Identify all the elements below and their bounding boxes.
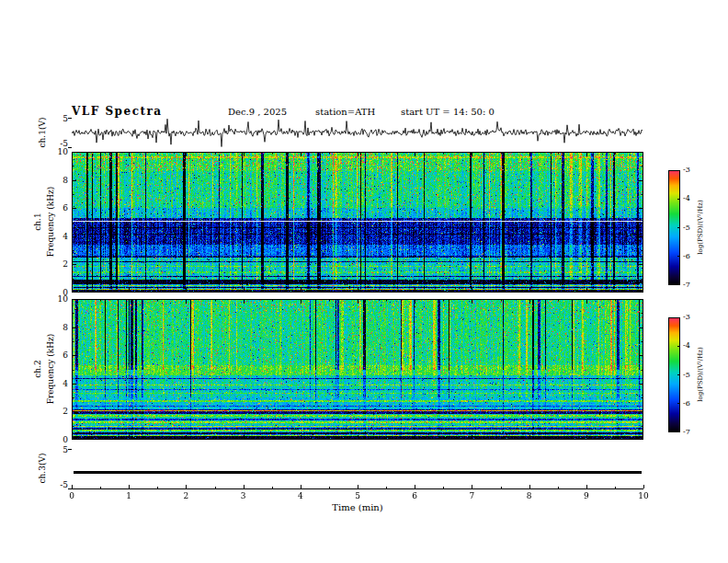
time-axis-tick xyxy=(586,485,587,488)
time-axis-tick-label: 4 xyxy=(291,491,310,500)
ch1_waveform-ytick-mark xyxy=(68,118,72,119)
ch1-colorbar-tick-label: -6 xyxy=(683,252,690,261)
ch2-spectrogram-channel-label: ch.2 xyxy=(33,360,42,377)
station-label: station=ATH xyxy=(315,107,375,117)
plot-date: Dec.9 , 2025 xyxy=(228,107,287,117)
time-axis-tick-label: 2 xyxy=(176,491,195,500)
time-axis-tick-label: 5 xyxy=(348,491,367,500)
time-axis-tick xyxy=(643,485,644,488)
ch2_spectrogram-ytick-label: 8 xyxy=(46,323,68,332)
ch3_waveform-ytick-mark xyxy=(68,449,72,450)
time-axis-tick-label: 3 xyxy=(234,491,253,500)
ch1_spectrogram-ytick-label: 10 xyxy=(46,147,68,156)
ch1_spectrogram-ytick-label: 8 xyxy=(46,176,68,185)
vlf-spectra-plot: VLF Spectra Dec.9 , 2025 station=ATH sta… xyxy=(0,0,728,563)
time-axis-minor-tick xyxy=(100,487,101,488)
time-axis-minor-tick xyxy=(329,487,330,488)
time-axis-minor-tick xyxy=(386,487,387,488)
ch3_waveform-ytick-label: -5 xyxy=(46,480,68,489)
ch3_waveform-ytick-label: 5 xyxy=(46,445,68,454)
time-axis-minor-tick xyxy=(272,487,273,488)
time-axis-tick-label: 1 xyxy=(119,491,138,500)
ch2-colorbar-tick-label: -5 xyxy=(683,371,690,380)
ch1_waveform-ytick-mark xyxy=(68,147,72,148)
ch1_spectrogram-ytick-label: 6 xyxy=(46,203,68,213)
ch1-colorbar-tick-label: -4 xyxy=(683,194,690,203)
ch1-colorbar-label: log(PSD)/(V²/Hz) xyxy=(697,200,704,254)
ch1-colorbar-tick-label: -5 xyxy=(683,224,690,233)
time-axis-minor-tick xyxy=(558,487,559,488)
plot-title: VLF Spectra xyxy=(72,105,163,118)
ch1-frequency-axis-label: Frequency (kHz) xyxy=(46,187,55,258)
ch2-colorbar-tick-label: -3 xyxy=(683,313,690,322)
time-axis-minor-tick xyxy=(615,487,616,488)
ch2_spectrogram-ytick-label: 4 xyxy=(46,379,68,388)
ch2-frequency-axis-label: Frequency (kHz) xyxy=(46,334,55,405)
time-axis-line xyxy=(72,488,643,489)
time-axis-tick xyxy=(129,485,130,488)
time-axis-minor-tick xyxy=(443,487,444,488)
start-ut-label: start UT = 14: 50: 0 xyxy=(401,107,495,117)
ch3_waveform-ytick-mark xyxy=(68,488,72,489)
time-axis-tick-label: 6 xyxy=(405,491,424,500)
ch1-waveform-canvas xyxy=(72,118,643,147)
time-axis-minor-tick xyxy=(157,487,158,488)
ch2_spectrogram-ytick-label: 10 xyxy=(46,294,68,304)
ch2-colorbar-label: log(PSD)/(V²/Hz) xyxy=(697,347,704,401)
ch1-colorbar-canvas xyxy=(668,170,680,285)
time-axis-tick-label: 8 xyxy=(520,491,539,500)
time-axis-tick xyxy=(186,485,187,488)
time-axis-tick xyxy=(301,485,301,488)
ch2_spectrogram-ytick-label: 6 xyxy=(46,350,68,360)
time-axis-tick-label: 9 xyxy=(577,491,596,500)
time-axis-tick-label: 0 xyxy=(63,491,81,500)
time-axis-tick xyxy=(358,485,358,488)
ch1-colorbar-tick-label: -7 xyxy=(683,281,690,290)
ch1_waveform-ytick-label: -5 xyxy=(46,139,68,148)
time-axis-tick-label: 10 xyxy=(634,491,653,500)
ch2-colorbar-tick-label: -4 xyxy=(683,341,690,350)
time-axis-tick xyxy=(244,485,245,488)
ch2_spectrogram-ytick-label: 2 xyxy=(46,407,68,416)
ch3-waveform-canvas xyxy=(72,449,643,488)
time-axis-tick xyxy=(72,485,73,488)
time-axis-minor-tick xyxy=(215,487,216,488)
ch2-colorbar-tick-label: -7 xyxy=(683,428,690,437)
ch2-colorbar-tick-label: -6 xyxy=(683,399,690,408)
ch1-colorbar-tick-label: -3 xyxy=(683,166,690,175)
time-axis-tick xyxy=(472,485,472,488)
ch3-voltage-axis-label: ch.3(V) xyxy=(38,454,47,484)
time-axis-label: Time (min) xyxy=(332,502,382,512)
ch2_spectrogram-ytick-label: 0 xyxy=(46,435,68,444)
ch1_spectrogram-ytick-label: 2 xyxy=(46,259,68,269)
ch2-colorbar-canvas xyxy=(668,317,680,432)
ch1_waveform-ytick-label: 5 xyxy=(46,114,68,123)
ch1-spectrogram-channel-label: ch.1 xyxy=(33,213,42,230)
ch1-spectrogram-canvas xyxy=(72,152,643,293)
time-axis-tick xyxy=(529,485,530,488)
time-axis-tick xyxy=(415,485,415,488)
ch2-spectrogram-canvas xyxy=(72,299,643,440)
ch1_spectrogram-ytick-label: 4 xyxy=(46,232,68,241)
time-axis-tick-label: 7 xyxy=(462,491,481,500)
time-axis-minor-tick xyxy=(501,487,502,488)
